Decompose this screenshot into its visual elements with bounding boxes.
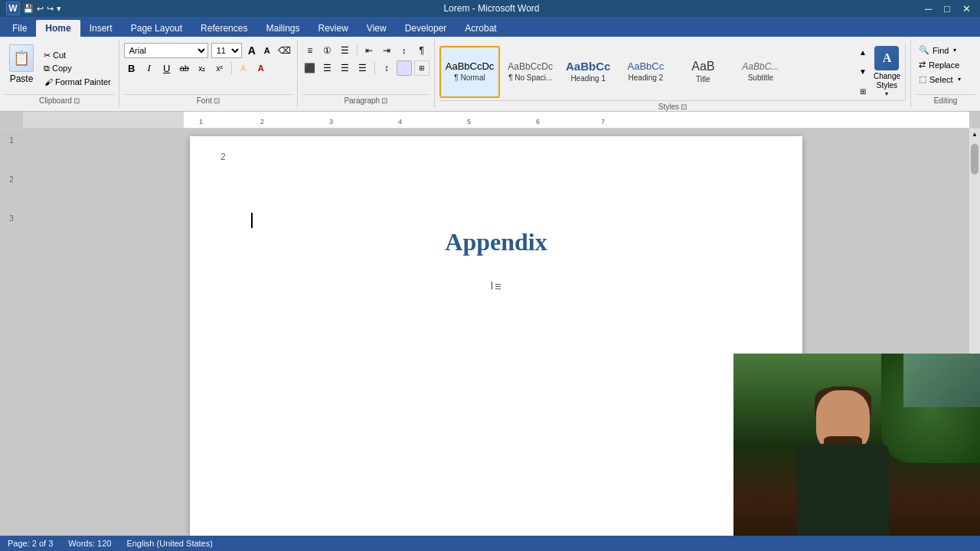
style-nospace[interactable]: AaBbCcDc ¶ No Spaci... — [502, 46, 558, 98]
text-cursor-top[interactable] — [251, 213, 253, 228]
styles-scroll-up[interactable]: ▲ — [857, 46, 869, 58]
style-heading1[interactable]: AaBbCc Heading 1 — [560, 46, 616, 98]
tab-file[interactable]: File — [3, 20, 36, 37]
cut-label: Cut — [53, 51, 66, 60]
shading-button[interactable] — [397, 60, 412, 76]
scroll-up-button[interactable]: ▲ — [969, 129, 980, 140]
change-styles-arrow: ▾ — [885, 90, 888, 97]
window-controls[interactable]: ─ □ ✕ — [922, 3, 974, 15]
style-subtitle[interactable]: AaBbC... Subtitle — [733, 46, 788, 98]
tab-developer[interactable]: Developer — [396, 20, 456, 37]
para-divider2 — [374, 62, 375, 74]
line-spacing-button[interactable]: ↕ — [379, 60, 394, 76]
paragraph-expand-icon[interactable]: ⊡ — [381, 96, 387, 105]
text-highlight-button[interactable]: A — [236, 60, 251, 76]
increase-indent-button[interactable]: ⇥ — [379, 43, 394, 58]
style-heading2-label: Heading 2 — [629, 73, 664, 83]
font-shrink-button[interactable]: A — [260, 44, 274, 57]
bold-button[interactable]: B — [124, 60, 139, 76]
ruler: 1 2 3 4 5 6 7 — [0, 112, 980, 129]
tab-view[interactable]: View — [358, 20, 396, 37]
clipboard-expand-icon[interactable]: ⊡ — [74, 96, 80, 105]
font-section-label[interactable]: Font ⊡ — [124, 94, 292, 105]
format-painter-label: Format Painter — [55, 77, 111, 86]
scroll-thumb[interactable] — [971, 144, 978, 174]
format-painter-button[interactable]: 🖌 Format Painter — [41, 76, 114, 88]
change-styles-button[interactable]: A ChangeStyles ▾ — [869, 43, 906, 100]
tab-references[interactable]: References — [191, 20, 256, 37]
ruler-left-pad — [0, 112, 23, 128]
font-color-button[interactable]: A — [253, 60, 269, 76]
document-title[interactable]: Appendix — [251, 228, 741, 256]
superscript-button[interactable]: x² — [212, 60, 227, 76]
tab-acrobat[interactable]: Acrobat — [456, 20, 505, 37]
sort-button[interactable]: ↕ — [397, 43, 412, 58]
font-face-select[interactable]: Arial Calibri Times New Roman — [124, 43, 208, 58]
tab-review[interactable]: Review — [309, 20, 357, 37]
styles-more[interactable]: ⊞ — [857, 85, 869, 97]
font-expand-icon[interactable]: ⊡ — [214, 96, 220, 105]
tab-home[interactable]: Home — [36, 20, 80, 37]
close-btn[interactable]: ✕ — [959, 3, 974, 15]
align-center-button[interactable]: ☰ — [320, 60, 335, 76]
cut-button[interactable]: ✂ Cut — [41, 50, 114, 61]
style-normal[interactable]: AaBbCcDc ¶ Normal — [439, 46, 501, 98]
subscript-button[interactable]: x₂ — [194, 60, 210, 76]
bullet-list-button[interactable]: ≡ — [302, 43, 318, 58]
language-status[interactable]: English (United States) — [126, 539, 213, 548]
editing-section-label[interactable]: Editing — [916, 94, 975, 105]
font-grow-button[interactable]: A — [245, 44, 259, 57]
maximize-btn[interactable]: □ — [941, 3, 953, 15]
style-nospace-preview: AaBbCcDc — [508, 61, 553, 72]
video-overlay — [733, 354, 980, 536]
border-button[interactable]: ⊞ — [414, 60, 430, 76]
replace-button[interactable]: ⇄ Replace — [916, 57, 975, 72]
clipboard-top: 📋 Paste ✂ Cut ⧉ Copy 🖌 Format Painter — [5, 43, 114, 94]
font-size-select[interactable]: 11 10 12 14 — [211, 43, 242, 58]
styles-scroll-down[interactable]: ▼ — [857, 66, 869, 78]
undo-qa-btn[interactable]: ↩ — [37, 4, 44, 14]
align-right-button[interactable]: ☰ — [338, 60, 353, 76]
save-qa-btn[interactable]: 💾 — [23, 4, 34, 14]
minimize-btn[interactable]: ─ — [922, 3, 935, 15]
paste-button[interactable]: 📋 Paste — [5, 43, 38, 94]
align-left-button[interactable]: ⬛ — [302, 60, 318, 76]
clear-formatting-button[interactable]: ⌫ — [277, 43, 292, 58]
style-heading2[interactable]: AaBbCc Heading 2 — [618, 46, 673, 98]
ruler-left-margin — [23, 112, 184, 128]
italic-button[interactable]: I — [142, 60, 157, 76]
margin-num-2: 2 — [9, 175, 14, 184]
find-arrow[interactable]: ▾ — [953, 47, 956, 54]
copy-button[interactable]: ⧉ Copy — [41, 63, 114, 74]
video-shirt — [797, 444, 889, 536]
multilevel-list-button[interactable]: ☰ — [338, 43, 353, 58]
redo-qa-btn[interactable]: ↪ — [47, 4, 54, 14]
find-button[interactable]: 🔍 Find ▾ — [916, 43, 975, 57]
tab-insert[interactable]: Insert — [80, 20, 122, 37]
select-arrow[interactable]: ▾ — [958, 76, 961, 83]
words-status[interactable]: Words: 120 — [68, 539, 111, 548]
paragraph-section-label[interactable]: Paragraph ⊡ — [302, 94, 430, 105]
ruler-content: 1 2 3 4 5 6 7 — [184, 112, 969, 128]
tab-mailings[interactable]: Mailings — [256, 20, 309, 37]
styles-section-label[interactable]: Styles ⊡ — [439, 100, 906, 111]
style-subtitle-label: Subtitle — [748, 73, 773, 83]
decrease-indent-button[interactable]: ⇤ — [361, 43, 377, 58]
page-status[interactable]: Page: 2 of 3 — [8, 539, 53, 548]
tab-page-layout[interactable]: Page Layout — [122, 20, 191, 37]
clipboard-section-label[interactable]: Clipboard ⊡ — [5, 94, 114, 105]
clipboard-section: 📋 Paste ✂ Cut ⧉ Copy 🖌 Format Painter C — [0, 40, 119, 108]
document-page[interactable]: 2 Appendix I☰ — [190, 136, 802, 536]
strikethrough-button[interactable]: ab — [177, 60, 192, 76]
video-head — [816, 390, 870, 452]
style-title[interactable]: AaB Title — [675, 46, 730, 98]
paste-label: Paste — [10, 73, 34, 84]
styles-expand-icon[interactable]: ⊡ — [681, 103, 687, 111]
select-button[interactable]: ⬚ Select ▾ — [916, 72, 975, 86]
styles-row: AaBbCcDc ¶ Normal AaBbCcDc ¶ No Spaci...… — [439, 43, 857, 100]
style-normal-preview: AaBbCcDc — [446, 60, 495, 72]
underline-button[interactable]: U — [159, 60, 175, 76]
numbered-list-button[interactable]: ① — [320, 43, 335, 58]
show-marks-button[interactable]: ¶ — [414, 43, 430, 58]
justify-button[interactable]: ☰ — [355, 60, 371, 76]
